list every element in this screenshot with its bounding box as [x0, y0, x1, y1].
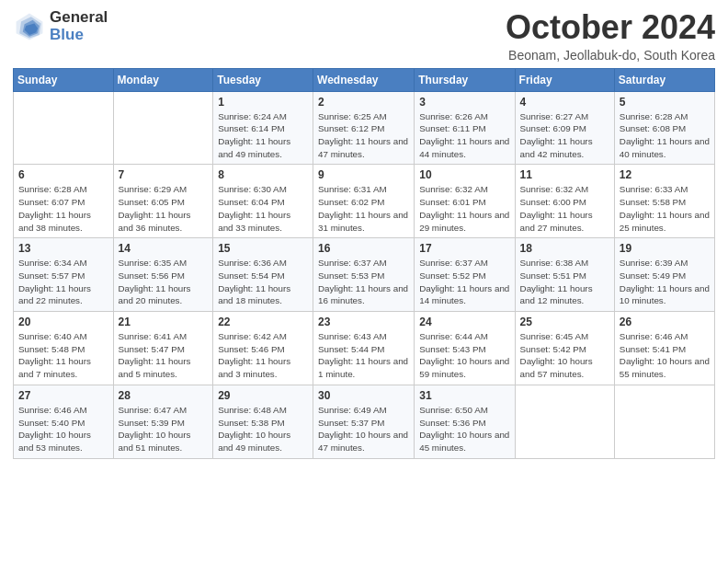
- calendar-header-sunday: Sunday: [14, 68, 114, 91]
- calendar-week-5: 27Sunrise: 6:46 AM Sunset: 5:40 PM Dayli…: [14, 385, 715, 458]
- calendar-cell: 5Sunrise: 6:28 AM Sunset: 6:08 PM Daylig…: [614, 91, 714, 165]
- calendar-cell: 15Sunrise: 6:36 AM Sunset: 5:54 PM Dayli…: [213, 238, 313, 312]
- day-info: Sunrise: 6:50 AM Sunset: 5:36 PM Dayligh…: [419, 404, 509, 454]
- day-number: 28: [119, 389, 209, 402]
- calendar-header-friday: Friday: [515, 68, 614, 91]
- main-title: October 2024: [506, 9, 715, 46]
- calendar-header-monday: Monday: [113, 68, 213, 91]
- day-number: 24: [419, 316, 509, 328]
- calendar-cell: 24Sunrise: 6:44 AM Sunset: 5:43 PM Dayli…: [415, 312, 515, 385]
- calendar-week-1: 1Sunrise: 6:24 AM Sunset: 6:14 PM Daylig…: [14, 91, 715, 165]
- logo-icon: [13, 10, 46, 43]
- day-number: 6: [18, 168, 108, 181]
- day-number: 8: [218, 168, 308, 181]
- day-number: 12: [620, 168, 710, 181]
- day-number: 25: [520, 316, 609, 328]
- calendar-cell: 14Sunrise: 6:35 AM Sunset: 5:56 PM Dayli…: [113, 238, 213, 312]
- day-number: 14: [119, 242, 209, 255]
- day-number: 16: [318, 242, 409, 255]
- calendar-cell: 23Sunrise: 6:43 AM Sunset: 5:44 PM Dayli…: [313, 312, 415, 385]
- calendar-cell: 27Sunrise: 6:46 AM Sunset: 5:40 PM Dayli…: [14, 385, 114, 458]
- calendar-header-tuesday: Tuesday: [213, 68, 313, 91]
- day-info: Sunrise: 6:27 AM Sunset: 6:09 PM Dayligh…: [520, 110, 609, 161]
- day-number: 27: [18, 389, 108, 402]
- day-info: Sunrise: 6:37 AM Sunset: 5:53 PM Dayligh…: [318, 257, 409, 307]
- calendar-cell: 30Sunrise: 6:49 AM Sunset: 5:37 PM Dayli…: [313, 385, 415, 458]
- calendar-cell: 10Sunrise: 6:32 AM Sunset: 6:01 PM Dayli…: [415, 165, 515, 238]
- day-number: 29: [218, 389, 308, 402]
- day-info: Sunrise: 6:36 AM Sunset: 5:54 PM Dayligh…: [218, 257, 308, 307]
- day-info: Sunrise: 6:45 AM Sunset: 5:42 PM Dayligh…: [520, 330, 609, 381]
- calendar-cell: [14, 91, 114, 165]
- day-number: 23: [318, 316, 409, 328]
- page: General Blue October 2024 Beonam, Jeolla…: [0, 0, 728, 563]
- day-info: Sunrise: 6:46 AM Sunset: 5:40 PM Dayligh…: [18, 404, 108, 454]
- calendar-cell: 19Sunrise: 6:39 AM Sunset: 5:49 PM Dayli…: [614, 238, 714, 312]
- day-number: 26: [620, 316, 710, 328]
- day-info: Sunrise: 6:42 AM Sunset: 5:46 PM Dayligh…: [218, 330, 308, 381]
- day-number: 5: [620, 96, 710, 109]
- calendar-cell: 4Sunrise: 6:27 AM Sunset: 6:09 PM Daylig…: [515, 91, 614, 165]
- day-info: Sunrise: 6:37 AM Sunset: 5:52 PM Dayligh…: [419, 257, 509, 307]
- day-info: Sunrise: 6:41 AM Sunset: 5:47 PM Dayligh…: [119, 330, 209, 381]
- day-info: Sunrise: 6:32 AM Sunset: 6:00 PM Dayligh…: [520, 183, 609, 234]
- calendar-cell: [614, 385, 714, 458]
- calendar-header-saturday: Saturday: [614, 68, 714, 91]
- day-info: Sunrise: 6:26 AM Sunset: 6:11 PM Dayligh…: [419, 110, 509, 161]
- day-number: 10: [419, 168, 509, 181]
- calendar-cell: 1Sunrise: 6:24 AM Sunset: 6:14 PM Daylig…: [213, 91, 313, 165]
- calendar-cell: 8Sunrise: 6:30 AM Sunset: 6:04 PM Daylig…: [213, 165, 313, 238]
- calendar-cell: 3Sunrise: 6:26 AM Sunset: 6:11 PM Daylig…: [415, 91, 515, 165]
- calendar-week-2: 6Sunrise: 6:28 AM Sunset: 6:07 PM Daylig…: [14, 165, 715, 238]
- day-number: 2: [318, 96, 409, 109]
- day-number: 17: [419, 242, 509, 255]
- calendar-cell: 21Sunrise: 6:41 AM Sunset: 5:47 PM Dayli…: [113, 312, 213, 385]
- day-info: Sunrise: 6:35 AM Sunset: 5:56 PM Dayligh…: [119, 257, 209, 307]
- header: General Blue October 2024 Beonam, Jeolla…: [13, 9, 715, 63]
- day-info: Sunrise: 6:31 AM Sunset: 6:02 PM Dayligh…: [318, 183, 409, 234]
- day-number: 21: [119, 316, 209, 328]
- day-info: Sunrise: 6:33 AM Sunset: 5:58 PM Dayligh…: [620, 183, 710, 234]
- day-info: Sunrise: 6:28 AM Sunset: 6:08 PM Dayligh…: [620, 110, 710, 161]
- calendar-cell: 25Sunrise: 6:45 AM Sunset: 5:42 PM Dayli…: [515, 312, 614, 385]
- calendar-cell: 26Sunrise: 6:46 AM Sunset: 5:41 PM Dayli…: [614, 312, 714, 385]
- calendar-cell: [515, 385, 614, 458]
- day-info: Sunrise: 6:47 AM Sunset: 5:39 PM Dayligh…: [119, 404, 209, 454]
- day-number: 22: [218, 316, 308, 328]
- title-section: October 2024 Beonam, Jeollabuk-do, South…: [506, 9, 715, 63]
- day-info: Sunrise: 6:38 AM Sunset: 5:51 PM Dayligh…: [520, 257, 609, 307]
- day-info: Sunrise: 6:49 AM Sunset: 5:37 PM Dayligh…: [318, 404, 409, 454]
- calendar-header-wednesday: Wednesday: [313, 68, 415, 91]
- calendar-header-thursday: Thursday: [415, 68, 515, 91]
- day-number: 9: [318, 168, 409, 181]
- day-info: Sunrise: 6:28 AM Sunset: 6:07 PM Dayligh…: [18, 183, 108, 234]
- logo-general: General: [50, 9, 108, 27]
- day-info: Sunrise: 6:24 AM Sunset: 6:14 PM Dayligh…: [218, 110, 308, 161]
- logo: General Blue: [13, 9, 108, 43]
- calendar-table: SundayMondayTuesdayWednesdayThursdayFrid…: [13, 68, 715, 459]
- logo-text: General Blue: [50, 9, 108, 43]
- calendar-cell: 28Sunrise: 6:47 AM Sunset: 5:39 PM Dayli…: [113, 385, 213, 458]
- calendar-cell: 2Sunrise: 6:25 AM Sunset: 6:12 PM Daylig…: [313, 91, 415, 165]
- calendar-cell: 6Sunrise: 6:28 AM Sunset: 6:07 PM Daylig…: [14, 165, 114, 238]
- day-info: Sunrise: 6:39 AM Sunset: 5:49 PM Dayligh…: [620, 257, 710, 307]
- day-number: 19: [620, 242, 710, 255]
- day-number: 1: [218, 96, 308, 109]
- day-info: Sunrise: 6:30 AM Sunset: 6:04 PM Dayligh…: [218, 183, 308, 234]
- day-number: 13: [18, 242, 108, 255]
- calendar-cell: 17Sunrise: 6:37 AM Sunset: 5:52 PM Dayli…: [415, 238, 515, 312]
- calendar-cell: 29Sunrise: 6:48 AM Sunset: 5:38 PM Dayli…: [213, 385, 313, 458]
- calendar-cell: 9Sunrise: 6:31 AM Sunset: 6:02 PM Daylig…: [313, 165, 415, 238]
- calendar-cell: 7Sunrise: 6:29 AM Sunset: 6:05 PM Daylig…: [113, 165, 213, 238]
- calendar-cell: 31Sunrise: 6:50 AM Sunset: 5:36 PM Dayli…: [415, 385, 515, 458]
- logo-blue: Blue: [50, 27, 108, 44]
- day-number: 11: [520, 168, 609, 181]
- day-number: 4: [520, 96, 609, 109]
- day-number: 30: [318, 389, 409, 402]
- day-info: Sunrise: 6:25 AM Sunset: 6:12 PM Dayligh…: [318, 110, 409, 161]
- calendar-week-4: 20Sunrise: 6:40 AM Sunset: 5:48 PM Dayli…: [14, 312, 715, 385]
- calendar-cell: 11Sunrise: 6:32 AM Sunset: 6:00 PM Dayli…: [515, 165, 614, 238]
- calendar-cell: 22Sunrise: 6:42 AM Sunset: 5:46 PM Dayli…: [213, 312, 313, 385]
- day-number: 20: [18, 316, 108, 328]
- calendar-header-row: SundayMondayTuesdayWednesdayThursdayFrid…: [14, 68, 715, 91]
